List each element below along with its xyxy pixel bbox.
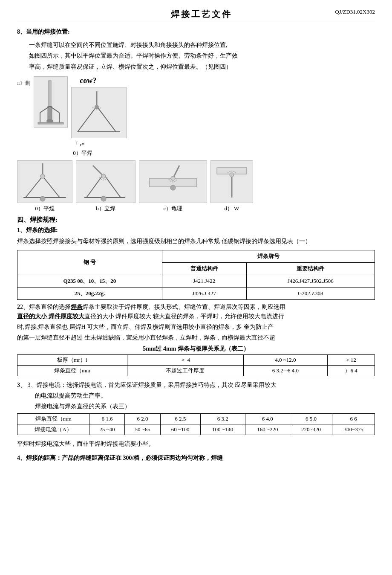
figure-2-col	[71, 87, 127, 138]
section-3-title-text: 3、焊接电流：选择焊接电流，首先应保证焊接质量，采用焊接技巧特点，其次 应尽量采…	[28, 382, 277, 388]
para-3: 率高，焊缝质量容易保证，立焊、横焊位置次之，仰焊位置最差。（见图四）	[17, 61, 375, 72]
caption-b: b）立焊	[96, 205, 115, 212]
t3-r2c6: 160 ~220	[245, 424, 290, 435]
t2-r2c3: 6 3.2 ~6 4.0	[243, 365, 328, 376]
electrode-select-para: 焊条选择按照焊接接头与母材等强的原则，选用强度级别相当的焊条几种常规 低碳钢焊接…	[17, 236, 375, 247]
section-4-title: 四、焊接规程:	[17, 216, 375, 224]
caption-c: c）龟理	[164, 205, 183, 212]
t3-r2c1: 焊接电流（A）	[17, 424, 89, 435]
figure-c-col: c）龟理	[139, 160, 207, 212]
t3-r2c7: 220~320	[290, 424, 332, 435]
para2-line3: 时,焊接,焊条直径也 层焊H 可大些，而立焊、仰焊及横焊则宜选用较小直径的焊条，…	[17, 322, 375, 332]
t2-r1c2: ＜ 4	[127, 354, 243, 365]
important-1: J426.J427.J502.J506	[246, 275, 375, 287]
document-title: 焊接工艺文件	[68, 9, 335, 20]
svg-line-13	[26, 176, 43, 197]
welding-figure-c	[139, 160, 207, 203]
t3-r2c5: 100 ~140	[200, 424, 245, 435]
section-2-block: 2 2、焊条直径的选择 焊条 焊条主要取决于焊件厚度、接头形式、焊缝位置、焊道层…	[17, 303, 375, 343]
t2-r1c3: 4.0 ~12.0	[243, 354, 328, 365]
table-row: 25、20g.22g. J426.J 427 G202.Z308	[17, 287, 375, 299]
header-divider	[17, 22, 375, 22]
section-4-text: 4、焊接的距离：产品的焊缝距离保证在 300/档，必须保证两边均匀对称，焊缝	[17, 455, 223, 461]
figure-a-col: 0）平煌	[17, 160, 72, 212]
svg-line-14	[43, 176, 60, 197]
section-1-title: 1、焊条的选择:	[17, 227, 375, 234]
svg-point-31	[230, 173, 234, 177]
sub-col2: 重要结构件	[246, 262, 375, 275]
svg-line-8	[78, 106, 97, 132]
para2-part2-rest: 直径的大小 焊件厚度较大 较大直径的焊条，平焊时，允许使用较大电流进行	[84, 311, 284, 322]
section-3-sub: 的电流以提高劳动生产率。	[35, 390, 375, 401]
table-row: 焊条直径（mm 不超过工件厚度 6 3.2 ~6 4.0 ）6 4	[17, 365, 375, 376]
steel-2: 25、20g.22g.	[17, 287, 162, 299]
svg-point-24	[101, 196, 106, 201]
section-4-label: 4、焊接的距离：产品的焊缝距离保证在 300/档，必须保证两边均匀对称，焊缝	[17, 453, 375, 463]
table-row: Q235 08、10、15、20 J421.J422 J426.J427.J50…	[17, 275, 375, 287]
sub-col1: 普通结构件	[162, 262, 246, 275]
section-2-line1: 2 2、焊条直径的选择 焊条 焊条主要取决于焊件厚度、接头形式、焊缝位置、焊道层…	[17, 303, 375, 311]
svg-line-19	[86, 174, 104, 197]
section-3-number: 3	[17, 382, 20, 388]
svg-rect-1	[48, 106, 52, 121]
t2-r2c4: ）6 4	[328, 365, 375, 376]
delete-button[interactable]: □》删	[17, 80, 30, 87]
welding-figure-a	[17, 160, 72, 203]
t3-r1c7: 6 5.0	[290, 414, 332, 424]
svg-line-9	[97, 106, 116, 132]
svg-point-23	[101, 174, 106, 178]
t3-r1c6: 6 4.0	[245, 414, 290, 424]
cow-label: cow?	[80, 76, 96, 85]
section-2-underline-bold: 直径的大小 焊件厚度较大	[17, 311, 84, 322]
normal-2: J426.J 427	[162, 287, 246, 299]
svg-line-20	[104, 174, 121, 197]
t3-r1c5: 6 3.2	[200, 414, 245, 424]
section-8-title: 8、当用的焊接位置:	[17, 26, 375, 37]
caption-d: d） W	[225, 205, 239, 212]
section-3-table-title: 焊接电流与焊条直径的关系（表三）	[35, 401, 375, 412]
para-3-note: 平焊时焊接电流大些，而非平焊时焊接电流要小些。	[17, 439, 375, 449]
t2-r1c1: 板厚（mr）i	[17, 354, 127, 365]
figure-b-col: b）立焊	[76, 160, 135, 212]
table-col1-header: 钢 号	[17, 250, 162, 275]
t3-r2c4: 60 ~100	[160, 424, 200, 435]
t3-r2c8: 300~375	[332, 424, 375, 435]
t3-r1c8: 6 6	[332, 414, 375, 424]
page-header: 焊接工艺文件 QJ/ZD31.02X302	[17, 9, 375, 20]
annotation-r: 「 r*	[73, 141, 92, 148]
para2-part1: 焊条主要取决于焊件厚度、接头形式、焊缝位置、焊道层次等因素，则应选用	[83, 303, 285, 311]
t3-r1c4: 6 2.5	[160, 414, 200, 424]
figure-d-col: d） W	[210, 160, 253, 212]
svg-point-12	[95, 105, 99, 109]
para-1: 一条焊缝可以在空间的不同位置施焊、对接接头和角接接头的各种焊接位置,	[17, 40, 375, 50]
figure-1-col	[34, 76, 68, 128]
t3-r2c2: 25 ~40	[89, 424, 125, 435]
t3-r2c3: 50 ~65	[125, 424, 160, 435]
table-row: 焊条直径（mm 6 1.6 6 2.0 6 2.5 6 3.2 6 4.0 6 …	[17, 414, 375, 424]
t2-r1c4: > 12	[328, 354, 375, 365]
table-row: 板厚（mr）i ＜ 4 4.0 ~12.0 > 12	[17, 354, 375, 365]
welding-figure-1	[34, 76, 68, 128]
svg-point-18	[40, 196, 45, 201]
table-3: 焊条直径（mm 6 1.6 6 2.0 6 2.5 6 3.2 6 4.0 6 …	[17, 413, 375, 435]
section-2-label: 2	[17, 304, 20, 311]
section-2-bold-text: 焊条	[71, 303, 83, 311]
t3-r1c3: 6 2.0	[125, 414, 160, 424]
normal-1: J421.J422	[162, 275, 246, 287]
table-row: 焊接电流（A） 25 ~40 50 ~65 60 ~100 100 ~140 1…	[17, 424, 375, 435]
welding-figure-2	[71, 87, 127, 138]
steel-1: Q235 08、10、15、20	[17, 275, 162, 287]
svg-rect-7	[38, 122, 63, 124]
svg-point-27	[171, 176, 175, 180]
annotation-pyhan: 0）平焊	[73, 149, 92, 157]
t3-r1c2: 6 1.6	[89, 414, 125, 424]
document-id: QJ/ZD31.02X302	[335, 9, 375, 15]
svg-point-28	[170, 185, 176, 190]
section-3-line1: 3、 3、焊接电流：选择焊接电流，首先应保证焊接质量，采用焊接技巧特点，其次 应…	[17, 380, 375, 390]
section-2-line2: 直径的大小 焊件厚度较大 直径的大小 焊件厚度较大 较大直径的焊条，平焊时，允许…	[17, 311, 375, 322]
important-2: G202.Z308	[246, 287, 375, 299]
para2-line4: 的第一层焊缝直径不超过 生未焊透缺陷，宜采用小直径焊条，立焊时，焊条，而横焊最大…	[17, 332, 375, 343]
t2-r2c2: 不超过工件厚度	[127, 365, 243, 376]
svg-point-17	[40, 174, 45, 178]
table-welding-rod-header: 焊条牌号	[162, 250, 375, 262]
